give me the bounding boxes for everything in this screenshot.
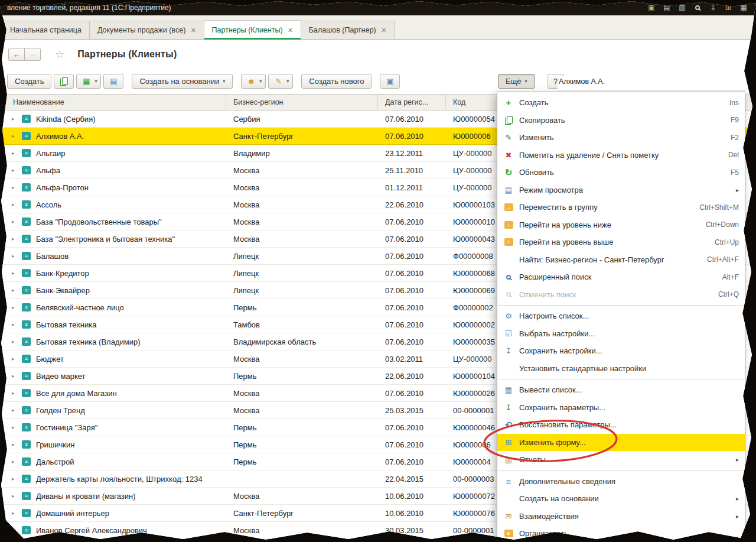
- expand-arrow-icon[interactable]: ▸: [12, 184, 22, 190]
- calculator-icon[interactable]: ▦: [738, 3, 749, 12]
- menu-item[interactable]: ▥Отчеты▸: [497, 451, 745, 469]
- tab-close-icon[interactable]: ×: [288, 26, 293, 34]
- tab-2[interactable]: Документы продажи (все)×: [89, 21, 204, 39]
- expand-arrow-icon[interactable]: ▸: [12, 304, 22, 310]
- save-icon[interactable]: ▣: [646, 3, 657, 12]
- preview-icon[interactable]: ▥: [677, 3, 687, 12]
- expand-arrow-icon[interactable]: ▸: [12, 133, 22, 139]
- expand-arrow-icon[interactable]: ▸: [12, 236, 22, 242]
- create-on-basis-button-label: Создать на основании: [139, 77, 219, 86]
- expand-arrow-icon[interactable]: ▸: [12, 527, 22, 533]
- more-button[interactable]: Ещё ▾: [498, 74, 535, 89]
- partner-icon: ≡: [22, 218, 31, 226]
- forward-button[interactable]: →: [24, 48, 41, 61]
- tab-1[interactable]: Начальная страница: [2, 21, 90, 39]
- menu-item[interactable]: ✎ИзменитьF2: [497, 129, 745, 147]
- menu-shortcut: Ctrl+Q: [718, 290, 739, 298]
- menu-item[interactable]: ↑Перейти на уровень вышеCtrl+Up: [497, 233, 745, 251]
- column-header-date[interactable]: Дата регис...: [378, 95, 446, 110]
- partner-name: Банк-Кредитор: [36, 269, 89, 278]
- expand-arrow-icon[interactable]: ▸: [12, 287, 22, 293]
- menu-item[interactable]: ↻ОбновитьF5: [497, 164, 745, 181]
- tab-close-icon[interactable]: ×: [382, 26, 386, 34]
- expand-arrow-icon[interactable]: ▸: [12, 219, 22, 225]
- folder-chip-shape: →: [504, 203, 513, 211]
- expand-arrow-icon[interactable]: ▸: [12, 424, 22, 430]
- back-button[interactable]: ←: [8, 48, 25, 61]
- menu-item[interactable]: ☑Выбрать настройки...: [497, 325, 745, 343]
- copy-doc-button[interactable]: ▣: [380, 74, 400, 89]
- expand-arrow-icon[interactable]: ▸: [12, 150, 22, 156]
- menu-item[interactable]: ≡Дополнительные сведения: [497, 473, 745, 491]
- date-cell: 07.06.2010: [378, 286, 446, 295]
- create-button[interactable]: Создать: [7, 74, 51, 89]
- tab-4[interactable]: Балашов (Партнер)×: [301, 21, 395, 39]
- tab-close-icon[interactable]: ×: [191, 26, 195, 34]
- expand-arrow-icon[interactable]: ▸: [12, 510, 22, 516]
- menu-item[interactable]: Найти: Бизнес-регион - Санкт-ПетербургCt…: [497, 251, 745, 269]
- create-on-basis-button[interactable]: Создать на основании▾: [132, 74, 233, 89]
- menu-shortcut: Ctrl+Shift+M: [699, 203, 739, 212]
- menu-item[interactable]: Установить стандартные настройки: [497, 360, 745, 378]
- search-icon[interactable]: [692, 3, 703, 12]
- menu-item[interactable]: ⚙Настроить список...: [497, 307, 745, 325]
- favorite-star-icon[interactable]: ☆: [55, 48, 64, 61]
- calendar-icon[interactable]: ⊞: [723, 3, 734, 12]
- list-button[interactable]: ▤: [103, 74, 123, 89]
- date-cell: 01.12.2011: [378, 183, 446, 192]
- menu-item[interactable]: СкопироватьF9: [497, 112, 745, 129]
- partner-name: Иванов Сергей Александрович: [36, 526, 147, 535]
- menu-item[interactable]: ↧Сохранить параметры...: [497, 399, 745, 417]
- partner-icon: ≡: [22, 406, 31, 414]
- copy-group-button[interactable]: [54, 74, 74, 89]
- menu-item[interactable]: ↶Восстановить параметры...: [497, 416, 745, 434]
- expand-arrow-icon[interactable]: ▸: [12, 459, 22, 465]
- toolbar-right: Ещё ▾ ?: [498, 74, 564, 89]
- expand-arrow-icon[interactable]: ▸: [12, 356, 22, 362]
- partner-icon: ≡: [22, 200, 31, 209]
- create-new-button[interactable]: Создать нового: [301, 74, 372, 89]
- region-cell: Москва: [226, 526, 378, 535]
- menu-item[interactable]: ✉Взаимодействия▸: [497, 508, 745, 525]
- menu-item[interactable]: ⊞Изменить форму...: [497, 434, 745, 452]
- expand-arrow-icon[interactable]: ▸: [12, 442, 22, 447]
- chevron-down-icon: ▾: [525, 79, 527, 84]
- expand-arrow-icon[interactable]: ▸: [12, 116, 22, 122]
- menu-item[interactable]: ↧Сохранить настройки...: [497, 342, 745, 360]
- menu-item[interactable]: →Переместить в группуCtrl+Shift+M: [497, 199, 745, 216]
- edit-doc-dropdown-button[interactable]: ✎▾: [268, 74, 293, 89]
- expand-arrow-icon[interactable]: ▸: [12, 390, 22, 396]
- menu-item[interactable]: Расширенный поискAlt+F: [497, 268, 745, 286]
- print-icon[interactable]: ▤: [662, 3, 672, 12]
- expand-arrow-icon[interactable]: ▸: [12, 493, 22, 499]
- contacts-dropdown-button[interactable]: ☻▾: [241, 74, 266, 89]
- report-dropdown-button[interactable]: ▦▾: [76, 74, 101, 89]
- submenu-arrow-icon: ▸: [736, 187, 739, 193]
- expand-arrow-icon[interactable]: ▸: [12, 270, 22, 276]
- region-cell: Москва: [226, 183, 378, 192]
- expand-arrow-icon[interactable]: ▸: [12, 253, 22, 259]
- partner-icon: ≡: [22, 235, 31, 243]
- menu-item[interactable]: Создать на основании▸: [497, 490, 745, 508]
- expand-arrow-icon[interactable]: ▸: [12, 373, 22, 379]
- column-header-region[interactable]: Бизнес-регион: [226, 95, 378, 110]
- expand-arrow-icon[interactable]: ▸: [12, 322, 22, 327]
- menu-item[interactable]: +СоздатьIns: [497, 94, 745, 112]
- menu-item[interactable]: ▤Режим просмотра▸: [497, 181, 745, 199]
- column-header-name[interactable]: Наименование: [0, 95, 226, 110]
- menu-item[interactable]: ≡Организовать...: [497, 525, 745, 542]
- partner-icon: ≡: [22, 475, 31, 483]
- expand-arrow-icon[interactable]: ▸: [12, 476, 22, 482]
- tab-3[interactable]: Партнеры (Клиенты)×: [204, 20, 301, 40]
- menu-item-label: Организовать...: [519, 529, 739, 538]
- expand-arrow-icon[interactable]: ▸: [12, 167, 22, 173]
- menu-item[interactable]: ↓Перейти на уровень нижеCtrl+Down: [497, 216, 745, 234]
- expand-arrow-icon[interactable]: ▸: [12, 202, 22, 207]
- name-cell: ▸≡Гостиница "Заря": [0, 423, 226, 432]
- expand-arrow-icon[interactable]: ▸: [12, 407, 22, 413]
- menu-item[interactable]: ✖Пометить на удаление / Снять пометкуDel: [497, 147, 745, 164]
- date-cell: 07.06.2010: [378, 423, 446, 432]
- menu-item[interactable]: ▦Вывести список...: [497, 381, 745, 399]
- expand-arrow-icon[interactable]: ▸: [12, 339, 22, 345]
- export-icon[interactable]: ↧: [708, 3, 718, 12]
